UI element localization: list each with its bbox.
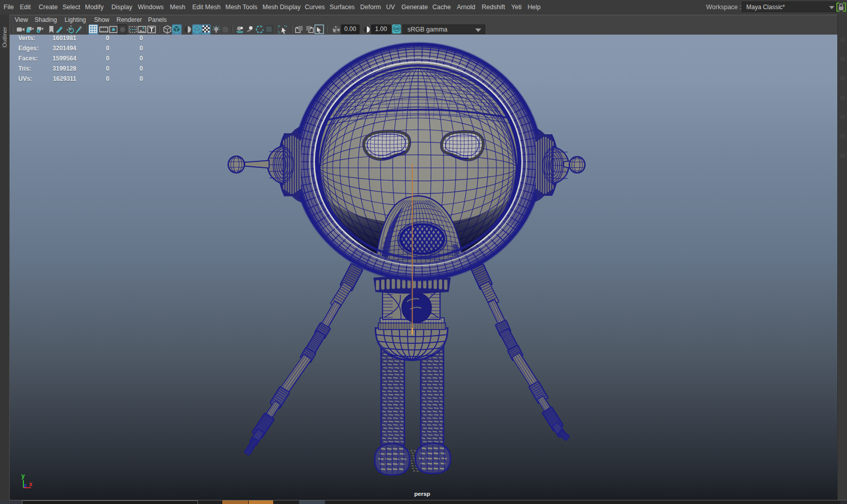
svg-text:x: x <box>29 481 33 488</box>
svg-text:Outliner: Outliner <box>2 27 8 47</box>
svg-text:y: y <box>21 472 25 480</box>
